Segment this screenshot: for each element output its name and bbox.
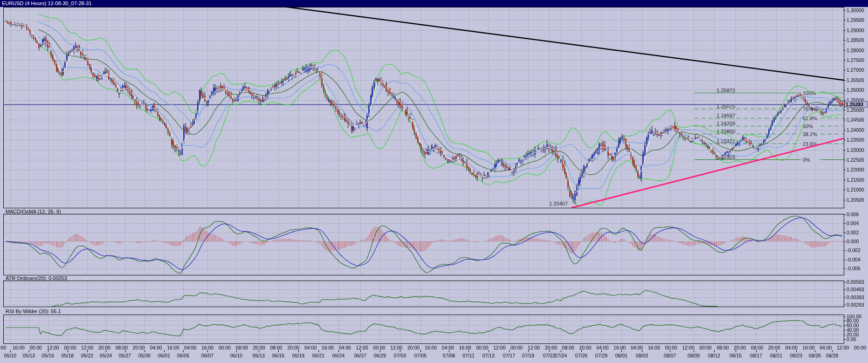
- date-axis-label: 07/13: [482, 353, 495, 358]
- date-axis-label: 08/23: [790, 353, 802, 358]
- time-axis-label: 00:00: [510, 345, 523, 350]
- time-axis-label: 04:00: [785, 345, 797, 350]
- date-axis-label: 08/21: [770, 353, 782, 358]
- date-axis-label: 06/15: [272, 353, 284, 358]
- time-axis-label: 16:00: [13, 345, 25, 350]
- atr-panel-title: ATR Ordinary(20): 0.00253: [6, 275, 67, 281]
- time-axis-label: 12:00: [528, 345, 540, 350]
- date-axis-label: 06/01: [158, 353, 170, 358]
- date-axis-label: 06/10: [230, 353, 242, 358]
- time-axis-label: 12:00: [47, 345, 59, 350]
- date-axis-label: 07/03: [394, 353, 406, 358]
- time-axis-label: 16:00: [648, 345, 660, 350]
- current-price-badge: 1.25283: [844, 101, 868, 108]
- time-axis-label: 12:00: [81, 345, 93, 350]
- date-axis-label: 08/07: [664, 353, 676, 358]
- price-axis-label: 1.23500: [847, 137, 864, 143]
- macd-axis-label: 0.004: [847, 221, 859, 226]
- date-axis-label: 07/17: [503, 353, 515, 358]
- time-axis-label: 20:00: [98, 345, 110, 350]
- time-axis-label: 20:00: [768, 345, 780, 350]
- time-axis-label: 00:00: [665, 345, 677, 350]
- time-axis-label: 00:00: [476, 345, 488, 350]
- date-axis-label: 06/27: [354, 353, 366, 358]
- date-axis-label: 05/24: [100, 353, 112, 358]
- time-axis-label: 20:00: [133, 345, 145, 350]
- time-axis-label: 16:00: [167, 345, 179, 350]
- time-axis-label: 00:00: [699, 345, 711, 350]
- macd-axis-label: -0.004: [847, 257, 861, 262]
- macd-panel-title: MACD/OsMA (12, 26, 9): [6, 209, 61, 214]
- date-axis-label: 05/16: [42, 353, 54, 358]
- price-axis-label: 1.29000: [847, 28, 864, 33]
- time-axis-label: 04:00: [631, 345, 643, 350]
- date-axis-label: 08/28: [826, 353, 838, 358]
- price-axis-label: 1.24500: [847, 117, 864, 123]
- time-axis-label: 20:00: [407, 345, 420, 350]
- time-axis-label: 04:00: [304, 345, 317, 350]
- date-axis-label: 05/27: [119, 353, 131, 358]
- time-axis-label: 16:00: [613, 345, 626, 350]
- date-axis-label: 07/19: [522, 353, 534, 358]
- time-axis-label: 20:00: [734, 345, 746, 350]
- date-axis-label: 08/12: [708, 353, 720, 358]
- date-axis-label: 08/17: [750, 353, 762, 358]
- price-axis-label: 1.23000: [847, 148, 864, 153]
- date-axis-label: 07/11: [462, 353, 475, 358]
- time-axis-label: 08:00: [270, 345, 282, 350]
- price-axis-label: 1.28000: [847, 48, 864, 53]
- time-axis-label: 12:00: [682, 345, 694, 350]
- time-axis-label: 04:00: [184, 345, 196, 350]
- time-axis-label: 00:00: [30, 345, 42, 350]
- price-axis-label: 1.24000: [847, 128, 864, 133]
- time-axis-label: 04:00: [442, 345, 454, 350]
- time-axis-label: 00:00: [854, 345, 866, 350]
- title-bar: EURUSD (4 Hours) 12-08-30_07-28-31: [0, 0, 868, 7]
- time-axis-label: 20:00: [287, 345, 299, 350]
- time-axis-label: 04:00: [150, 345, 162, 350]
- time-axis-label: 00:00: [219, 345, 231, 350]
- price-axis-label: 1.25000: [847, 108, 864, 113]
- macd-axis-label: 0.006: [847, 212, 859, 217]
- price-axis-label: 1.21500: [847, 178, 864, 183]
- time-axis-label: 16:00: [201, 345, 214, 350]
- date-axis-label: 06/24: [332, 353, 344, 358]
- price-axis-label: 1.20500: [847, 198, 864, 203]
- time-axis-label: 16:00: [425, 345, 437, 350]
- date-axis-label: 05/30: [138, 353, 151, 358]
- price-axis-label: 1.29500: [847, 18, 864, 23]
- trading-chart-window: EURUSD (4 Hours) 12-08-30_07-28-31 MACD/…: [0, 0, 868, 363]
- time-axis-label: 08:00: [716, 345, 729, 350]
- macd-axis-label: 0.000: [847, 239, 859, 244]
- macd-axis-label: -0.002: [847, 248, 861, 253]
- time-axis-label: 16:00: [322, 345, 334, 350]
- date-axis-label: 08/15: [730, 353, 742, 358]
- time-axis-label: 08:00: [116, 345, 128, 350]
- atr-axis-label: 0.00293: [847, 302, 864, 308]
- date-axis-label: 06/19: [292, 353, 304, 358]
- time-axis-label: 08:00: [751, 345, 763, 350]
- chart-canvas[interactable]: [0, 0, 868, 363]
- time-axis-label: 08:00: [562, 345, 574, 350]
- price-axis-label: 1.28500: [847, 38, 864, 43]
- date-axis-label: 07/24: [555, 353, 567, 358]
- date-axis-label: 05/13: [23, 353, 35, 358]
- time-axis-label: 00:00: [64, 345, 76, 350]
- time-axis-label: 04:00: [339, 345, 351, 350]
- atr-axis-label: 0.00493: [847, 287, 864, 292]
- price-axis-label: 1.27000: [847, 68, 864, 73]
- time-axis-label: 20:00: [545, 345, 557, 350]
- rsi-axis-label: 0.00: [847, 337, 856, 342]
- macd-axis-label: -0.006: [847, 266, 861, 271]
- atr-axis-label: 0.00593: [847, 280, 864, 285]
- date-axis-label: 07/05: [414, 353, 427, 358]
- time-axis-label: 16:00: [459, 345, 471, 350]
- time-axis-label: 8:00: [0, 345, 6, 350]
- price-axis-label: 1.27500: [847, 58, 864, 63]
- date-axis-label: 06/05: [177, 353, 189, 358]
- time-axis-label: 20:00: [579, 345, 591, 350]
- date-axis-label: 08/01: [615, 353, 627, 358]
- date-axis-label: 08/26: [809, 353, 821, 358]
- date-axis-label: 06/13: [253, 353, 265, 358]
- time-axis-label: 04:00: [820, 345, 832, 350]
